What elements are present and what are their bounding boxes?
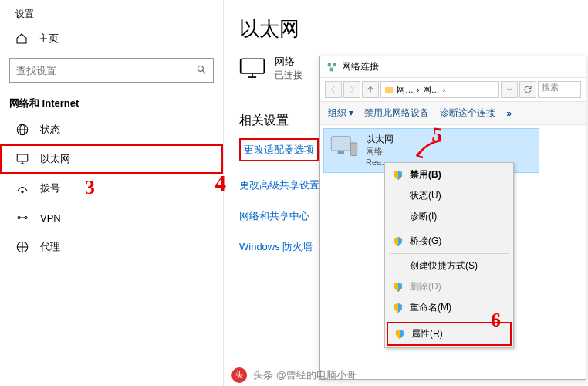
svg-point-0 [198,66,203,71]
section-network-internet: 网络和 Internet [0,90,223,115]
annotation-4: 4 [215,170,226,196]
command-bar: 组织 ▾ 禁用此网络设备 诊断这个连接 » [320,102,586,125]
svg-rect-24 [331,137,350,151]
shield-icon [393,236,404,247]
search-input[interactable] [9,58,214,83]
ethernet-labels: 网络 已连接 [275,55,302,82]
search-box[interactable]: 搜索 [538,81,581,98]
forward-button[interactable] [343,81,360,98]
window-title: 网络连接 [342,60,379,73]
separator [390,253,509,254]
home-label: 主页 [39,32,59,46]
breadcrumb-2[interactable]: 网… [423,84,440,96]
settings-sidebar: 设置 主页 网络和 Internet 状态 以太网 拨号 VPN 代理 [0,0,224,386]
ctx-disable[interactable]: 禁用(B) [387,164,512,185]
page-title: 以太网 [239,15,579,42]
ethernet-icon [15,152,29,166]
shield-icon [393,170,404,181]
annotation-3: 3 [85,176,95,199]
folder-icon [384,85,394,94]
adapter-name: 以太网 [366,134,394,146]
ctx-shortcut[interactable]: 创建快捷方式(S) [387,256,512,276]
ctx-label: 属性(R) [411,327,443,340]
ctx-bridge[interactable]: 桥接(G) [387,231,512,252]
home-nav[interactable]: 主页 [0,21,223,53]
svg-rect-25 [338,151,344,154]
search-icon [196,64,207,77]
breadcrumb-1[interactable]: 网… [397,84,414,96]
up-button[interactable] [362,81,379,98]
svg-point-8 [22,191,23,192]
annotation-6: 6 [491,309,501,332]
svg-line-21 [329,66,333,67]
nav-vpn[interactable]: VPN [0,203,223,232]
cmd-more[interactable]: » [506,108,512,119]
nav-label: VPN [40,212,61,224]
chevron-right-icon: › [443,85,446,94]
svg-rect-23 [385,87,393,93]
cmd-diagnose[interactable]: 诊断这个连接 [440,107,495,120]
svg-line-1 [203,70,206,73]
address-bar[interactable]: 网… › 网… › [380,81,499,98]
ctx-status[interactable]: 状态(U) [387,185,512,206]
globe-icon [15,123,29,137]
shield-icon [394,329,405,340]
proxy-icon [15,240,29,254]
nav-proxy[interactable]: 代理 [0,232,223,262]
adapter-network: 网络 [366,146,394,157]
annotation-arrow-5 [414,139,444,161]
svg-rect-26 [350,143,357,156]
ctx-label: 创建快捷方式(S) [410,259,478,273]
refresh-button[interactable] [519,81,536,98]
nav-label: 拨号 [40,181,60,195]
watermark-logo: 头 [231,367,247,383]
window-titlebar: 网络连接 [320,56,586,78]
adapter-icon [329,134,360,160]
monitor-icon [239,57,265,80]
home-icon [15,32,28,45]
svg-rect-18 [328,63,331,66]
network-icon [326,62,337,73]
dropdown-button[interactable] [501,81,518,98]
watermark-text: 头条 @曾经的电脑小哥 [253,368,357,382]
shield-icon [393,282,404,293]
ctx-label: 桥接(G) [410,235,441,248]
separator [390,229,509,229]
svg-rect-20 [330,68,333,71]
ctx-label: 重命名(M) [410,301,451,314]
ethernet-name: 网络 [275,55,302,69]
watermark: 头 头条 @曾经的电脑小哥 [231,367,357,383]
settings-app-title: 设置 [0,0,223,21]
nav-label: 代理 [40,240,60,254]
ctx-delete[interactable]: 删除(D) [387,276,512,297]
search-field[interactable] [16,65,171,76]
cmd-disable-device[interactable]: 禁用此网络设备 [364,107,429,120]
svg-rect-19 [333,63,336,66]
window-toolbar: 网… › 网… › 搜索 [320,78,586,102]
ctx-diagnose[interactable]: 诊断(I) [387,206,512,227]
svg-line-22 [332,66,334,67]
ctx-label: 禁用(B) [410,168,441,181]
nav-dialup[interactable]: 拨号 [0,174,223,203]
svg-rect-15 [241,59,265,73]
cmd-organize[interactable]: 组织 ▾ [328,107,353,120]
ctx-label: 删除(D) [410,280,441,293]
nav-status[interactable]: 状态 [0,115,223,144]
nav-ethernet[interactable]: 以太网 [0,144,223,174]
ctx-label: 状态(U) [410,189,441,202]
svg-point-9 [18,217,20,219]
shield-icon [393,303,404,313]
svg-point-10 [25,217,27,219]
svg-rect-5 [17,154,28,161]
link-change-adapter[interactable]: 更改适配器选项 [239,138,319,161]
nav-label: 以太网 [40,152,70,166]
ctx-label: 诊断(I) [410,210,437,223]
dialup-icon [15,181,29,195]
chevron-right-icon: › [417,85,420,94]
back-button[interactable] [325,81,342,98]
nav-label: 状态 [40,123,60,137]
ethernet-connected: 已连接 [275,69,302,82]
vpn-icon [15,211,29,225]
